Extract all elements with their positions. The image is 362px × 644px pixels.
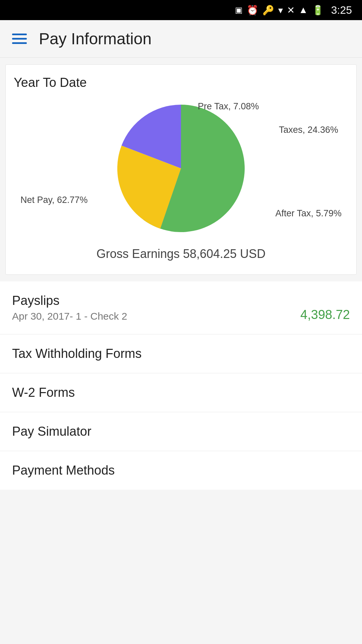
page-title: Pay Information (39, 30, 152, 48)
chart-card: Year To Date Pre Tax, 7.08% Taxes, 24.36… (5, 64, 357, 275)
nfc-icon: ▣ (235, 5, 243, 15)
label-netpay: Net Pay, 62.77% (20, 195, 88, 205)
chart-title: Year To Date (14, 75, 348, 90)
list-item-payment-methods[interactable]: Payment Methods (0, 451, 362, 490)
chart-area: Pre Tax, 7.08% Taxes, 24.36% After Tax, … (14, 98, 348, 239)
menu-list: Payslips Apr 30, 2017- 1 - Check 2 4,398… (0, 281, 362, 490)
payment-methods-title: Payment Methods (12, 463, 350, 478)
status-icons: ▣ ⏰ 🔑 ▾ ✕ ▲ 🔋 3:25 (235, 4, 352, 16)
status-time: 3:25 (331, 4, 352, 16)
gross-earnings: Gross Earnings 58,604.25 USD (14, 247, 348, 261)
label-taxes: Taxes, 24.36% (279, 125, 338, 135)
payslips-amount: 4,398.72 (300, 308, 350, 322)
battery-icon: 🔋 (312, 5, 324, 16)
signal-x-icon: ✕ (287, 5, 295, 16)
wifi-icon: ▾ (278, 5, 283, 16)
signal-icon: ▲ (299, 5, 308, 15)
key-icon: 🔑 (262, 5, 274, 16)
status-bar: ▣ ⏰ 🔑 ▾ ✕ ▲ 🔋 3:25 (0, 0, 362, 20)
list-item-pay-simulator[interactable]: Pay Simulator (0, 412, 362, 451)
pie-chart (117, 105, 245, 232)
w2-title: W-2 Forms (12, 385, 350, 400)
menu-button[interactable] (12, 34, 27, 44)
pay-simulator-title: Pay Simulator (12, 424, 350, 439)
label-pretax: Pre Tax, 7.08% (198, 101, 259, 112)
list-item-w2[interactable]: W-2 Forms (0, 373, 362, 412)
tax-withholding-title: Tax Withholding Forms (12, 346, 350, 361)
alarm-icon: ⏰ (247, 5, 258, 16)
payslips-title: Payslips (12, 293, 127, 308)
list-item-tax-withholding[interactable]: Tax Withholding Forms (0, 334, 362, 373)
app-bar: Pay Information (0, 20, 362, 58)
list-item-payslips[interactable]: Payslips Apr 30, 2017- 1 - Check 2 4,398… (0, 281, 362, 334)
payslips-subtitle: Apr 30, 2017- 1 - Check 2 (12, 311, 127, 322)
label-aftertax: After Tax, 5.79% (275, 208, 342, 219)
